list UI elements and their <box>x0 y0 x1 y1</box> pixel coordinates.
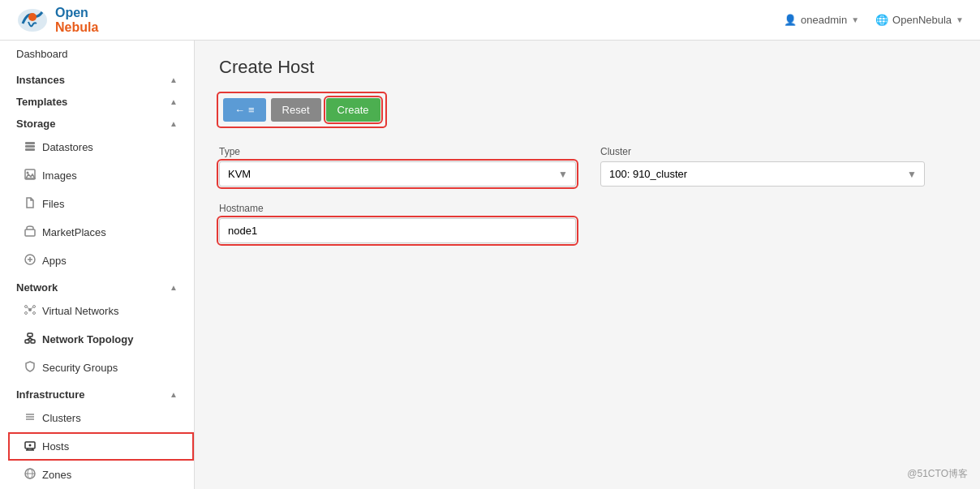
svg-rect-3 <box>25 145 35 148</box>
form-row-hostname: Hostname <box>219 203 956 243</box>
svg-line-14 <box>28 307 29 310</box>
sidebar-item-files[interactable]: Files <box>8 190 194 218</box>
virtual-networks-icon <box>24 304 36 318</box>
apps-label: Apps <box>42 255 67 267</box>
type-select-wrapper: KVM LXC vCenter ▼ <box>219 161 576 187</box>
logo-nebula: Nebula <box>55 20 98 35</box>
create-button[interactable]: Create <box>326 98 380 122</box>
username: oneadmin <box>801 14 847 26</box>
network-topology-icon <box>24 332 36 346</box>
cloud-arrow-icon: ▼ <box>956 15 964 24</box>
svg-point-1 <box>28 13 37 21</box>
network-subitems: Virtual Networks Network Topology Securi… <box>0 297 194 382</box>
page-title: Create Host <box>219 57 956 78</box>
templates-label: Templates <box>16 96 67 108</box>
sidebar-section-storage[interactable]: Storage ▲ <box>0 111 194 133</box>
svg-point-10 <box>25 306 28 308</box>
files-label: Files <box>42 198 64 210</box>
sidebar-item-security-groups[interactable]: Security Groups <box>8 354 194 382</box>
svg-rect-2 <box>25 142 35 144</box>
user-arrow-icon: ▼ <box>851 15 859 24</box>
images-icon <box>24 169 36 182</box>
main-content: Create Host ← ≡ Reset Create Type KVM LX… <box>195 41 980 489</box>
svg-rect-17 <box>25 340 29 343</box>
sidebar-item-zones[interactable]: Zones <box>8 461 194 489</box>
svg-line-21 <box>30 338 33 340</box>
cloud-name: OpenNebula <box>892 14 952 26</box>
svg-line-15 <box>32 307 33 310</box>
form-group-hostname: Hostname <box>219 203 576 243</box>
sidebar-item-dashboard[interactable]: Dashboard <box>0 41 194 67</box>
sidebar-item-images[interactable]: Images <box>8 161 194 190</box>
instances-label: Instances <box>16 74 65 86</box>
reset-button[interactable]: Reset <box>271 98 321 122</box>
cluster-select-wrapper: 100: 910_cluster ▼ <box>600 161 925 187</box>
dashboard-label: Dashboard <box>16 48 68 60</box>
sidebar-section-templates[interactable]: Templates ▲ <box>0 89 194 111</box>
zones-label: Zones <box>42 469 71 481</box>
cloud-icon: 🌐 <box>875 14 888 26</box>
virtual-networks-label: Virtual Networks <box>42 305 118 317</box>
back-arrow-icon: ← <box>234 104 245 116</box>
hostname-label: Hostname <box>219 203 576 214</box>
network-label: Network <box>16 281 58 294</box>
infrastructure-arrow-icon: ▲ <box>170 390 178 399</box>
svg-point-12 <box>25 312 28 315</box>
infrastructure-subitems: Clusters Hosts Zones <box>0 404 194 489</box>
topbar: Open Nebula 👤 oneadmin ▼ 🌐 OpenNebula ▼ <box>0 0 980 41</box>
svg-point-29 <box>29 444 32 447</box>
topbar-cloud[interactable]: 🌐 OpenNebula ▼ <box>875 14 964 26</box>
sidebar-item-datastores[interactable]: Datastores <box>8 133 194 161</box>
svg-rect-4 <box>25 148 35 151</box>
network-topology-label: Network Topology <box>42 333 133 345</box>
storage-arrow-icon: ▲ <box>170 119 178 128</box>
datastores-label: Datastores <box>42 141 93 153</box>
sidebar-item-virtual-networks[interactable]: Virtual Networks <box>8 297 194 325</box>
topbar-user[interactable]: 👤 oneadmin ▼ <box>784 14 859 26</box>
zones-icon <box>24 468 36 482</box>
apps-icon <box>24 254 36 268</box>
topbar-right: 👤 oneadmin ▼ 🌐 OpenNebula ▼ <box>784 14 964 26</box>
sidebar-item-hosts[interactable]: Hosts <box>8 432 194 461</box>
form-row-type-cluster: Type KVM LXC vCenter ▼ Cluster 100: 910_… <box>219 146 956 187</box>
infrastructure-label: Infrastructure <box>16 388 85 401</box>
hostname-input[interactable] <box>219 218 576 243</box>
marketplaces-label: MarketPlaces <box>42 226 106 238</box>
type-select[interactable]: KVM LXC vCenter <box>219 161 576 187</box>
images-label: Images <box>42 169 77 182</box>
back-list-icon: ≡ <box>248 104 255 116</box>
sidebar-item-marketplaces[interactable]: MarketPlaces <box>8 218 194 247</box>
sidebar-section-instances[interactable]: Instances ▲ <box>0 67 194 89</box>
instances-arrow-icon: ▲ <box>170 75 178 84</box>
datastores-icon <box>24 140 36 154</box>
svg-rect-7 <box>25 229 35 236</box>
security-groups-icon <box>24 361 36 375</box>
sidebar-item-apps[interactable]: Apps <box>8 247 194 275</box>
sidebar-item-network-topology[interactable]: Network Topology <box>8 325 194 354</box>
svg-point-5 <box>27 172 29 174</box>
clusters-icon <box>24 411 36 425</box>
svg-point-11 <box>33 306 36 308</box>
storage-subitems: Datastores Images Files MarketPlaces <box>0 133 194 275</box>
main-layout: Dashboard Instances ▲ Templates ▲ Storag… <box>0 41 980 489</box>
form-group-type: Type KVM LXC vCenter ▼ <box>219 146 576 187</box>
user-icon: 👤 <box>784 14 797 26</box>
sidebar: Dashboard Instances ▲ Templates ▲ Storag… <box>0 41 195 489</box>
files-icon <box>24 197 36 211</box>
sidebar-section-network[interactable]: Network ▲ <box>0 275 194 297</box>
sidebar-section-infrastructure[interactable]: Infrastructure ▲ <box>0 382 194 404</box>
hosts-icon <box>24 440 36 453</box>
sidebar-item-clusters[interactable]: Clusters <box>8 404 194 432</box>
back-button[interactable]: ← ≡ <box>223 98 266 122</box>
svg-line-20 <box>28 338 31 340</box>
logo: Open Nebula <box>16 6 98 35</box>
network-arrow-icon: ▲ <box>170 283 178 292</box>
templates-arrow-icon: ▲ <box>170 97 178 106</box>
form-group-cluster: Cluster 100: 910_cluster ▼ <box>600 146 925 187</box>
svg-rect-18 <box>31 340 35 343</box>
hosts-label: Hosts <box>42 440 69 453</box>
logo-open: Open <box>55 6 98 20</box>
storage-label: Storage <box>16 118 55 130</box>
cluster-select[interactable]: 100: 910_cluster <box>600 161 925 187</box>
cluster-label: Cluster <box>600 146 925 157</box>
